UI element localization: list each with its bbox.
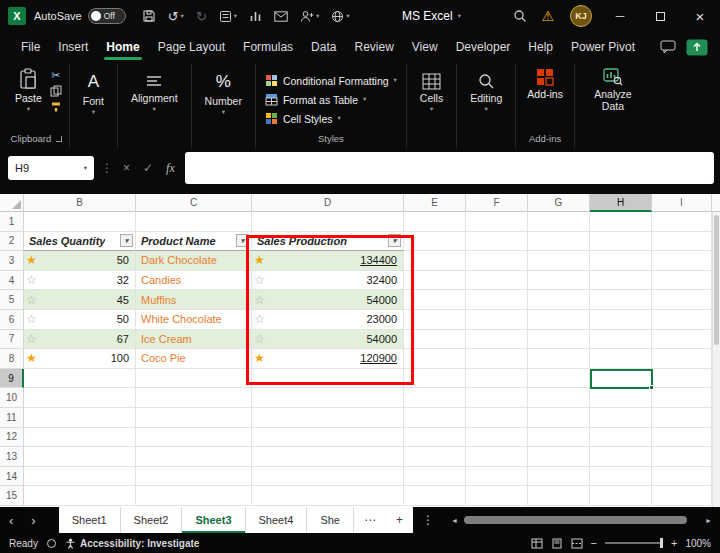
cell-D5[interactable]: 54000 — [252, 290, 404, 310]
cell-E3[interactable] — [404, 251, 466, 271]
minimize-button[interactable] — [600, 0, 640, 32]
row-header-14[interactable]: 14 — [0, 467, 24, 487]
cancel-button[interactable] — [120, 162, 133, 174]
cell-C6[interactable]: White Chocolate — [136, 310, 252, 330]
new-sheet-button[interactable] — [386, 507, 413, 533]
menu-tab-data[interactable]: Data — [302, 32, 345, 62]
cell-F4[interactable] — [466, 271, 528, 291]
cell-D13[interactable] — [252, 447, 404, 467]
maximize-button[interactable] — [640, 0, 680, 32]
cell-G15[interactable] — [528, 486, 590, 506]
prev-sheet-button[interactable] — [0, 507, 22, 533]
add-user-dropdown-icon[interactable] — [316, 13, 319, 20]
format-painter-button[interactable] — [50, 101, 62, 113]
cell-B15[interactable] — [24, 486, 136, 506]
sheet-tab-sheet3[interactable]: Sheet3 — [182, 507, 245, 533]
addins-button[interactable]: Add-ins — [521, 64, 569, 100]
zoom-in-button[interactable] — [671, 538, 677, 549]
share-button[interactable] — [686, 39, 708, 56]
cell-B13[interactable] — [24, 447, 136, 467]
column-header-F[interactable]: F — [466, 194, 528, 212]
menu-tab-formulas[interactable]: Formulas — [234, 32, 302, 62]
cell-E11[interactable] — [404, 408, 466, 428]
cell-B5[interactable]: 45 — [24, 290, 136, 310]
cell-styles-button[interactable]: Cell Styles — [261, 110, 345, 128]
scroll-right-icon[interactable] — [705, 517, 712, 524]
row-header-6[interactable]: 6 — [0, 310, 24, 330]
sheet-tab-sheet1[interactable]: Sheet1 — [59, 507, 121, 533]
menu-tab-home[interactable]: Home — [97, 32, 148, 62]
cut-button[interactable] — [50, 70, 62, 81]
cell-D10[interactable] — [252, 388, 404, 408]
cell-B9[interactable] — [24, 369, 136, 389]
cell-H3[interactable] — [590, 251, 652, 271]
cell-C13[interactable] — [136, 447, 252, 467]
cell-F13[interactable] — [466, 447, 528, 467]
cell-F5[interactable] — [466, 290, 528, 310]
close-button[interactable] — [680, 0, 720, 32]
column-header-G[interactable]: G — [528, 194, 590, 212]
horizontal-scrollbar[interactable] — [443, 507, 720, 533]
sheet-tab-sheet2[interactable]: Sheet2 — [121, 507, 183, 533]
cell-F9[interactable] — [466, 369, 528, 389]
normal-view-button[interactable] — [531, 538, 543, 549]
cell-B7[interactable]: 67 — [24, 330, 136, 350]
format-as-table-button[interactable]: Format as Table — [261, 91, 370, 109]
row-header-12[interactable]: 12 — [0, 428, 24, 448]
cell-C11[interactable] — [136, 408, 252, 428]
cell-E7[interactable] — [404, 330, 466, 350]
cell-D12[interactable] — [252, 428, 404, 448]
cell-G1[interactable] — [528, 212, 590, 232]
cell-I14[interactable] — [652, 467, 712, 487]
page-layout-view-button[interactable] — [551, 538, 563, 549]
alignment-group-button[interactable]: Alignment — [123, 64, 186, 113]
cell-D1[interactable] — [252, 212, 404, 232]
cell-F2[interactable] — [466, 232, 528, 252]
cell-H11[interactable] — [590, 408, 652, 428]
enter-button[interactable] — [140, 162, 156, 174]
cell-I13[interactable] — [652, 447, 712, 467]
cell-E12[interactable] — [404, 428, 466, 448]
sheet-tab-sheet4[interactable]: Sheet4 — [246, 507, 308, 533]
cell-I12[interactable] — [652, 428, 712, 448]
cell-E6[interactable] — [404, 310, 466, 330]
save-button[interactable] — [136, 0, 162, 32]
page-break-view-button[interactable] — [571, 538, 583, 549]
undo-button[interactable] — [162, 0, 190, 32]
cell-H1[interactable] — [590, 212, 652, 232]
row-header-10[interactable]: 10 — [0, 388, 24, 408]
cell-H9[interactable] — [590, 369, 652, 389]
cell-G5[interactable] — [528, 290, 590, 310]
menu-tab-view[interactable]: View — [403, 32, 447, 62]
add-user-button[interactable] — [294, 0, 325, 32]
cell-D2[interactable]: Sales Production — [252, 232, 404, 252]
window-title[interactable]: MS Excel — [402, 9, 461, 23]
cell-I4[interactable] — [652, 271, 712, 291]
row-header-9[interactable]: 9 — [0, 369, 24, 389]
formula-bar-grip-icon[interactable] — [101, 162, 113, 174]
cell-H5[interactable] — [590, 290, 652, 310]
select-all-corner[interactable] — [0, 194, 24, 212]
cell-E9[interactable] — [404, 369, 466, 389]
cell-H2[interactable] — [590, 232, 652, 252]
cell-D7[interactable]: 54000 — [252, 330, 404, 350]
name-box-dropdown-icon[interactable] — [84, 165, 87, 172]
copy-button[interactable] — [50, 85, 62, 97]
cell-C4[interactable]: Candies — [136, 271, 252, 291]
cell-C14[interactable] — [136, 467, 252, 487]
formula-input[interactable] — [185, 152, 714, 184]
row-header-15[interactable]: 15 — [0, 486, 24, 506]
cell-D15[interactable] — [252, 486, 404, 506]
cell-C2[interactable]: Product Name — [136, 232, 252, 252]
row-header-7[interactable]: 7 — [0, 330, 24, 350]
cell-E4[interactable] — [404, 271, 466, 291]
cell-E13[interactable] — [404, 447, 466, 467]
cell-H13[interactable] — [590, 447, 652, 467]
menu-tab-page-layout[interactable]: Page Layout — [149, 32, 234, 62]
font-group-button[interactable]: Font — [75, 64, 112, 116]
row-header-11[interactable]: 11 — [0, 408, 24, 428]
cell-C7[interactable]: Ice Cream — [136, 330, 252, 350]
cell-I10[interactable] — [652, 388, 712, 408]
zoom-slider[interactable] — [605, 542, 663, 544]
dialog-launcher-icon[interactable] — [56, 136, 62, 142]
